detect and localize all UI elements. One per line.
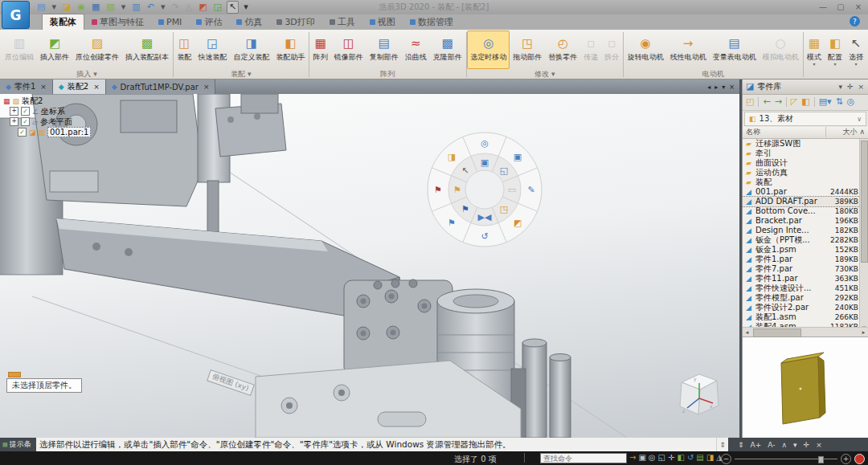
tab-close-icon[interactable]: × bbox=[40, 83, 47, 91]
tab-scroll-right-icon[interactable]: ▸ bbox=[714, 84, 718, 91]
tree-item[interactable]: +✓∠坐标系 bbox=[10, 106, 91, 116]
shaded-view-icon[interactable]: ◧ bbox=[677, 453, 684, 463]
tab-close-icon[interactable]: × bbox=[203, 83, 210, 91]
replace-part-button[interactable]: ◴替换零件 bbox=[545, 31, 580, 69]
open-folder-icon[interactable]: ◧ bbox=[801, 97, 809, 107]
mirror-components-button[interactable]: ◫镜像部件 bbox=[331, 31, 366, 69]
ribbon-tab[interactable]: 视图 bbox=[362, 14, 403, 30]
along-curve-button[interactable]: ≈沿曲线 bbox=[402, 31, 430, 69]
ribbon-tab[interactable]: 装配体 bbox=[42, 14, 84, 30]
command-arrow-icon[interactable]: → bbox=[629, 453, 636, 463]
library-category-dropdown[interactable]: ◧ 13、素材 ∨ bbox=[744, 112, 866, 126]
flag-red-icon[interactable]: ⚑ bbox=[434, 186, 442, 194]
filter-icon[interactable]: ⇅ bbox=[836, 97, 843, 107]
zoom-area-icon[interactable]: ◱ bbox=[500, 165, 508, 174]
disabled-slot-icon[interactable]: ▭ bbox=[508, 186, 516, 194]
ribbon-tab[interactable]: 数据管理 bbox=[403, 14, 461, 30]
create-part-in-place-button[interactable]: ▨原位创建零件 bbox=[72, 31, 122, 69]
named-views-icon[interactable]: ▤ bbox=[696, 453, 703, 463]
forward-icon[interactable]: → bbox=[775, 97, 782, 107]
checkbox[interactable]: ✓ bbox=[21, 117, 30, 126]
zoom-icon[interactable]: ◎ bbox=[649, 453, 656, 463]
drag-component-button[interactable]: ◳拖动部件 bbox=[510, 31, 545, 69]
hscroll-thumb[interactable] bbox=[753, 328, 801, 337]
vertical-scrollbar[interactable]: ∨ bbox=[859, 139, 868, 328]
font-smaller-icon[interactable]: A- bbox=[768, 441, 775, 449]
view-overrides-icon[interactable]: ◨ bbox=[706, 453, 714, 463]
column-name[interactable]: 名称 bbox=[746, 127, 826, 137]
ribbon-tab[interactable]: 工具 bbox=[322, 14, 362, 30]
scroll-left-icon[interactable]: ◂ bbox=[743, 329, 751, 336]
insert-component-button[interactable]: ◩插入部件 bbox=[37, 31, 72, 69]
linear-motor-button[interactable]: →线性电动机 bbox=[667, 31, 710, 69]
part-painter-icon[interactable]: ◩ bbox=[514, 218, 522, 227]
app-logo[interactable]: G bbox=[2, 1, 30, 29]
view-window-icon[interactable]: ▣ bbox=[514, 152, 522, 161]
rotate-view-icon[interactable]: ↺ bbox=[687, 453, 694, 463]
ribbon-tab[interactable]: PMI bbox=[151, 14, 189, 30]
tab-close-icon[interactable]: × bbox=[93, 83, 100, 91]
column-size[interactable]: 大小 ∧ bbox=[826, 127, 865, 137]
tab-scroll-left-icon[interactable]: ◂ bbox=[707, 84, 710, 91]
back-icon[interactable]: ← bbox=[763, 97, 770, 107]
fit-view-icon[interactable]: ▣ bbox=[638, 453, 645, 463]
document-tab[interactable]: ◆零件1× bbox=[0, 80, 53, 94]
list-item[interactable]: ◢ADD DRAFT.par389KB bbox=[743, 197, 868, 206]
flag-dark-icon[interactable]: ⚑ bbox=[461, 205, 469, 214]
scroll-down-icon[interactable]: ∨ bbox=[860, 324, 868, 328]
scroll-right-icon[interactable]: ▸ bbox=[859, 329, 868, 336]
ribbon-tab[interactable]: 仿真 bbox=[229, 14, 269, 30]
quick-assemble-button[interactable]: ◲快速装配 bbox=[194, 31, 230, 69]
help-button[interactable]: ? bbox=[850, 16, 860, 27]
prompt-menu-icon[interactable]: ▾ bbox=[793, 441, 797, 449]
horizontal-scrollbar[interactable]: ◂ ▸ bbox=[743, 327, 868, 337]
close-icon[interactable]: × bbox=[816, 441, 822, 449]
insert-assembly-copy-button[interactable]: ▩插入装配副本 bbox=[122, 31, 172, 69]
list-item[interactable]: ◢001.par2444KB bbox=[743, 187, 868, 197]
radial-menu[interactable]: ◎▣✎◩↺⚑⚑◨▣◱▭◳▶◀⚑⚑↖ bbox=[424, 129, 545, 250]
panel-menu-icon[interactable]: ▾ bbox=[837, 83, 843, 91]
configuration-button[interactable]: ◧配置▾ bbox=[825, 31, 845, 69]
checkbox[interactable]: ✓ bbox=[18, 128, 27, 137]
zoom-out-button[interactable]: − bbox=[721, 454, 731, 464]
pan-icon[interactable]: ✛ bbox=[668, 453, 674, 463]
variable-table-motor-button[interactable]: ▤变量表电动机 bbox=[710, 31, 760, 69]
sketch-edit-icon[interactable]: ✎ bbox=[527, 186, 534, 194]
document-tab[interactable]: ◆DraftTut1MP-DV.par× bbox=[106, 80, 216, 94]
tree-root-row[interactable]: ▦▨装配2 bbox=[3, 96, 91, 106]
pin-icon[interactable]: ✛ bbox=[846, 83, 854, 91]
record-button[interactable] bbox=[854, 454, 865, 464]
expander-icon[interactable]: + bbox=[10, 107, 18, 116]
list-item[interactable]: ◢Bracket.par196KB bbox=[743, 216, 868, 226]
duplicate-components-button[interactable]: ▤复制部件 bbox=[366, 31, 402, 69]
new-document-icon[interactable]: ◰ bbox=[746, 97, 754, 107]
tree-item[interactable]: +✓▱参考平面 bbox=[10, 116, 91, 127]
mirror-icon[interactable]: ▶◀ bbox=[478, 213, 492, 222]
maximize-button[interactable]: ▢ bbox=[834, 1, 847, 12]
checkbox[interactable]: ✓ bbox=[21, 107, 30, 116]
tab-menu-icon[interactable]: ▾ bbox=[722, 84, 725, 91]
library-icon[interactable]: ◨ bbox=[448, 152, 456, 161]
custom-assemble-button[interactable]: ◨自定义装配 bbox=[230, 31, 272, 69]
zoom-icon[interactable]: ◎ bbox=[481, 139, 489, 148]
pattern-button[interactable]: ▦阵列 bbox=[310, 31, 331, 69]
views-icon[interactable]: ▤▾ bbox=[819, 97, 832, 107]
fit-view-icon[interactable]: ▣ bbox=[481, 158, 489, 167]
ribbon-tab[interactable]: 3D打印 bbox=[269, 14, 321, 30]
prompt-scroll-spinner[interactable]: ⇕ bbox=[716, 438, 728, 451]
scrollbar-thumb[interactable] bbox=[861, 141, 868, 263]
list-item[interactable]: ◢装配4.asm1182KB bbox=[743, 322, 868, 328]
close-button[interactable]: × bbox=[852, 1, 865, 12]
minimize-button[interactable]: — bbox=[817, 1, 829, 12]
clone-components-button[interactable]: ▩克隆部件 bbox=[430, 31, 465, 69]
document-tab[interactable]: ◆装配2× bbox=[53, 80, 106, 94]
viewport-3d[interactable]: y x z ▦▨装配2+✓∠坐标系+✓▱参考平面✓◪▨001.par:1 ◎▣✎… bbox=[0, 94, 739, 438]
search-icon[interactable]: ◎ bbox=[847, 97, 855, 107]
move-when-selected-button[interactable]: ◎选定时移动 bbox=[467, 31, 510, 69]
font-larger-icon[interactable]: A+ bbox=[751, 441, 762, 449]
select-button[interactable]: ↖选择▾ bbox=[845, 31, 866, 69]
assembly-assistant-button[interactable]: ◧装配助手 bbox=[272, 31, 308, 69]
find-command-input[interactable] bbox=[540, 453, 627, 463]
collapse-icon[interactable]: ∧ bbox=[781, 441, 787, 449]
flags-blue-icon[interactable]: ⚑ bbox=[448, 218, 456, 227]
